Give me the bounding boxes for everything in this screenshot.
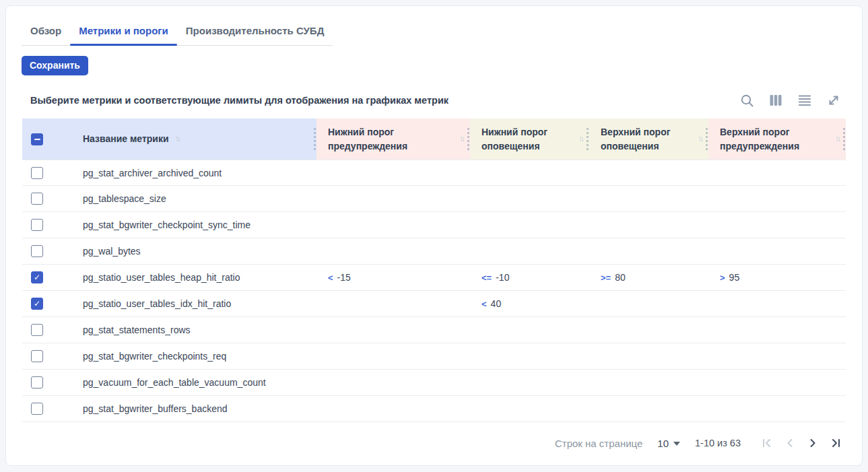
table-row[interactable]: pg_stat_bgwriter_checkpoint_sync_time — [22, 212, 846, 238]
row-checkbox[interactable] — [31, 350, 43, 362]
previous-page-button[interactable] — [781, 434, 799, 452]
pagination-range: 1-10 из 63 — [695, 438, 741, 448]
table-tool-icons — [739, 92, 842, 108]
column-header-low-warning[interactable]: Нижний порог предупреждения ↑↓ — [316, 119, 470, 160]
low-alert-value: <=-10 — [470, 272, 589, 283]
low-warning-value — [316, 220, 470, 230]
low-warning-value — [316, 377, 470, 388]
metric-name: pg_tablespace_size — [71, 193, 316, 204]
row-checkbox[interactable] — [31, 271, 43, 283]
metric-name: pg_stat_bgwriter_buffers_backend — [71, 403, 316, 414]
high-alert-value — [589, 377, 708, 388]
last-page-button[interactable] — [827, 434, 844, 452]
rows-per-page-select[interactable]: 10 — [657, 438, 680, 449]
rows-icon[interactable] — [797, 92, 813, 108]
low-alert-value — [470, 351, 589, 362]
sort-icon[interactable]: ↑↓ — [835, 133, 839, 145]
high-alert-value — [589, 168, 708, 178]
next-page-button[interactable] — [804, 434, 822, 452]
search-icon[interactable] — [739, 92, 755, 108]
column-header-high-alert[interactable]: Верхний порог оповещения ↑↓ — [589, 119, 708, 160]
low-alert-value — [470, 220, 589, 230]
metrics-table: Название метрики ↑↓ Нижний порог предупр… — [22, 119, 846, 464]
table-instruction: Выберите метрики и соответствующие лимит… — [30, 95, 448, 106]
high-alert-value — [589, 351, 708, 362]
high-warning-value — [708, 377, 846, 388]
sort-icon[interactable]: ↑↓ — [459, 133, 463, 145]
row-checkbox[interactable] — [31, 193, 43, 205]
table-header-row: Название метрики ↑↓ Нижний порог предупр… — [22, 119, 846, 160]
high-alert-value — [589, 193, 708, 204]
metric-name: pg_stat_bgwriter_checkpoint_sync_time — [71, 220, 316, 230]
pagination-bar: Строк на странице 10 1-10 из 63 — [22, 422, 846, 464]
high-warning-value: >95 — [708, 272, 846, 283]
row-checkbox[interactable] — [31, 167, 43, 179]
low-warning-value: <-15 — [316, 272, 470, 283]
sort-icon[interactable]: ↑↓ — [175, 133, 179, 145]
table-row[interactable]: pg_tablespace_size — [22, 186, 846, 212]
row-checkbox[interactable] — [31, 403, 43, 415]
save-button[interactable]: Сохранить — [22, 56, 88, 75]
select-all-checkbox[interactable] — [31, 133, 43, 145]
high-alert-value — [589, 298, 708, 309]
table-body: pg_stat_archiver_archived_count pg_table… — [22, 160, 846, 422]
tab-bar: Обзор Метрики и пороги Производительност… — [22, 21, 333, 46]
pager-controls — [758, 434, 844, 452]
metrics-card: Обзор Метрики и пороги Производительност… — [5, 5, 863, 466]
low-warning-value — [316, 351, 470, 362]
low-alert-value — [470, 377, 589, 388]
column-header-high-warning[interactable]: Верхний порог предупреждения ↑↓ — [708, 119, 846, 160]
sort-icon[interactable]: ↑↓ — [698, 133, 702, 145]
high-warning-value — [708, 220, 846, 230]
high-alert-value — [589, 246, 708, 257]
high-warning-value — [708, 298, 846, 309]
low-alert-value — [470, 246, 589, 257]
high-warning-value — [708, 246, 846, 257]
high-warning-value — [708, 325, 846, 335]
tab-overview[interactable]: Обзор — [22, 21, 70, 45]
low-warning-value — [316, 193, 470, 204]
metric-name: pg_statio_user_tables_heap_hit_ratio — [71, 272, 316, 283]
select-all-cell — [22, 119, 71, 160]
column-header-low-alert[interactable]: Нижний порог оповещения ↑↓ — [470, 119, 589, 160]
tab-metrics-thresholds[interactable]: Метрики и пороги — [70, 21, 177, 45]
row-checkbox[interactable] — [31, 324, 43, 336]
column-header-metric-name[interactable]: Название метрики ↑↓ — [71, 119, 316, 160]
high-alert-value — [589, 325, 708, 335]
table-row[interactable]: pg_statio_user_tables_idx_hit_ratio <40 — [22, 291, 846, 317]
metric-name: pg_stat_statements_rows — [71, 325, 316, 335]
row-checkbox[interactable] — [31, 219, 43, 231]
table-row[interactable]: pg_wal_bytes — [22, 238, 846, 265]
tab-dbms-performance[interactable]: Производительность СУБД — [177, 21, 333, 45]
low-alert-value — [470, 403, 589, 414]
high-alert-value — [589, 403, 708, 414]
table-row[interactable]: pg_stat_bgwriter_buffers_backend — [22, 396, 846, 422]
high-warning-value — [708, 168, 846, 178]
rows-per-page-label: Строк на странице — [555, 438, 642, 449]
row-checkbox[interactable] — [31, 376, 43, 389]
table-row[interactable]: pg_stat_bgwriter_checkpoints_req — [22, 343, 846, 370]
low-warning-value — [316, 325, 470, 335]
low-warning-value — [316, 403, 470, 414]
chevron-down-icon — [673, 442, 680, 446]
high-warning-value — [708, 403, 846, 414]
table-row[interactable]: pg_vacuum_for_each_table_vacuum_count — [22, 370, 846, 396]
high-warning-value — [708, 193, 846, 204]
sort-icon[interactable]: ↑↓ — [578, 133, 582, 145]
low-alert-value — [470, 325, 589, 335]
table-row[interactable]: pg_stat_statements_rows — [22, 317, 846, 343]
expand-icon[interactable] — [826, 92, 842, 108]
low-alert-value: <40 — [470, 298, 589, 309]
row-checkbox[interactable] — [31, 245, 43, 257]
table-row[interactable]: pg_statio_user_tables_heap_hit_ratio <-1… — [22, 265, 846, 291]
table-row[interactable]: pg_stat_archiver_archived_count — [22, 160, 846, 186]
low-alert-value — [470, 193, 589, 204]
metric-name: pg_vacuum_for_each_table_vacuum_count — [71, 377, 316, 388]
low-warning-value — [316, 168, 470, 178]
columns-icon[interactable] — [768, 92, 784, 108]
first-page-button[interactable] — [758, 434, 776, 452]
low-warning-value — [316, 298, 470, 309]
metric-name: pg_stat_archiver_archived_count — [71, 168, 316, 178]
low-warning-value — [316, 246, 470, 257]
row-checkbox[interactable] — [31, 298, 43, 310]
